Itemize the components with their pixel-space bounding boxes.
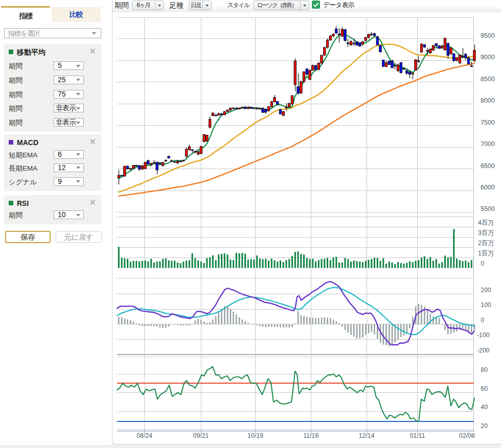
svg-text:08/24: 08/24 — [136, 432, 152, 439]
svg-text:01/11: 01/11 — [410, 432, 425, 439]
svg-text:80: 80 — [481, 366, 488, 373]
svg-text:100: 100 — [481, 301, 491, 309]
svg-text:8000: 8000 — [481, 97, 495, 104]
svg-text:09/21: 09/21 — [193, 432, 209, 439]
svg-text:7500: 7500 — [481, 119, 495, 126]
svg-text:4百万: 4百万 — [478, 219, 494, 226]
svg-text:40: 40 — [481, 404, 488, 411]
svg-text:9000: 9000 — [481, 54, 495, 61]
svg-text:3百万: 3百万 — [478, 229, 494, 237]
svg-text:02/08: 02/08 — [459, 432, 475, 439]
svg-text:6500: 6500 — [481, 162, 495, 170]
svg-text:9500: 9500 — [481, 32, 495, 39]
svg-text:10/19: 10/19 — [247, 432, 263, 439]
svg-text:20: 20 — [481, 422, 488, 430]
svg-text:-200: -200 — [477, 347, 490, 354]
svg-text:5500: 5500 — [481, 205, 495, 213]
svg-text:12/14: 12/14 — [359, 432, 375, 439]
svg-text:1百万: 1百万 — [478, 250, 494, 257]
svg-text:11/16: 11/16 — [303, 432, 318, 439]
svg-text:0: 0 — [481, 260, 484, 267]
svg-text:-100: -100 — [477, 332, 490, 339]
svg-text:2百万: 2百万 — [478, 240, 494, 247]
svg-text:200: 200 — [481, 287, 491, 294]
svg-text:0: 0 — [481, 317, 484, 324]
svg-text:8500: 8500 — [481, 76, 495, 83]
svg-text:6000: 6000 — [481, 184, 495, 191]
svg-text:60: 60 — [481, 385, 488, 392]
svg-text:7000: 7000 — [481, 140, 495, 148]
